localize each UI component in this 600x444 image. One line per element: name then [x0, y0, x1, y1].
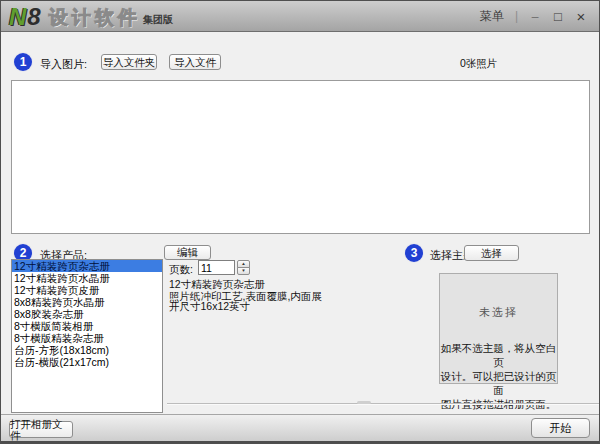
- photo-count-label: 0张照片: [460, 57, 497, 71]
- app-title: 设计软件: [49, 6, 141, 30]
- app-logo: N 8 设计软件 集团版: [9, 2, 173, 30]
- product-item[interactable]: 12寸精装跨页杂志册: [12, 260, 162, 272]
- theme-hint-line: 设计。可以把已设计的页面: [440, 369, 557, 397]
- footer-bar: [1, 414, 599, 443]
- edit-button[interactable]: 编辑: [164, 245, 211, 260]
- product-item[interactable]: 8寸横版精装杂志册: [12, 332, 162, 344]
- maximize-icon[interactable]: □: [552, 9, 564, 24]
- close-icon[interactable]: ×: [575, 8, 587, 25]
- minimize-icon[interactable]: _: [529, 5, 541, 19]
- select-theme-button[interactable]: 选择: [464, 245, 519, 261]
- product-item[interactable]: 台历-横版(21x17cm): [12, 356, 162, 368]
- horizontal-splitter[interactable]: [167, 403, 599, 405]
- import-file-button[interactable]: 导入文件: [169, 54, 221, 70]
- product-item[interactable]: 12寸精装跨页皮册: [12, 284, 162, 296]
- product-item[interactable]: 台历-方形(18x18cm): [12, 344, 162, 356]
- theme-hint-line: 如果不选主题，将从空白页: [440, 341, 557, 369]
- pages-input[interactable]: [198, 260, 235, 275]
- product-item[interactable]: 12寸精装跨页水晶册: [12, 272, 162, 284]
- pages-label: 页数:: [169, 263, 193, 277]
- spinner-down-icon[interactable]: ▼: [237, 267, 250, 275]
- edition-label: 集团版: [143, 13, 173, 27]
- product-description-line: 开尺寸16x12英寸: [169, 300, 250, 314]
- splitter-grip[interactable]: [357, 401, 371, 404]
- step1-label: 导入图片:: [40, 57, 87, 72]
- open-album-button[interactable]: 打开相册文件: [9, 421, 73, 438]
- theme-preview-box: 未选择 如果不选主题，将从空白页 设计。可以把已设计的页面 图片直接拖进相册页面…: [439, 273, 558, 384]
- window-controls: 菜单 | _ □ ×: [480, 1, 587, 31]
- logo-8-digit: 8: [27, 4, 40, 30]
- titlebar: N 8 设计软件 集团版 菜单 | _ □ ×: [1, 1, 599, 32]
- product-item[interactable]: 8x8精装跨页水晶册: [12, 296, 162, 308]
- photo-list-area[interactable]: [11, 80, 590, 234]
- step1-badge: 1: [14, 53, 32, 71]
- product-item[interactable]: 8x8胶装杂志册: [12, 308, 162, 320]
- product-item[interactable]: 8寸横版简装相册: [12, 320, 162, 332]
- product-list[interactable]: 12寸精装跨页杂志册 12寸精装跨页水晶册 12寸精装跨页皮册 8x8精装跨页水…: [11, 259, 163, 413]
- step3-badge: 3: [405, 244, 423, 262]
- app-window: N 8 设计软件 集团版 菜单 | _ □ × 1 导入图片: 导入文件夹 导入…: [0, 0, 600, 444]
- theme-placeholder-text: 未选择: [440, 305, 557, 320]
- controls-separator: |: [515, 9, 518, 23]
- import-folder-button[interactable]: 导入文件夹: [101, 54, 157, 70]
- start-button[interactable]: 开始: [531, 418, 590, 438]
- logo-n-letter: N: [9, 4, 26, 30]
- menu-button[interactable]: 菜单: [480, 8, 504, 25]
- theme-hint-text: 如果不选主题，将从空白页 设计。可以把已设计的页面 图片直接拖进相册页面。: [440, 341, 557, 411]
